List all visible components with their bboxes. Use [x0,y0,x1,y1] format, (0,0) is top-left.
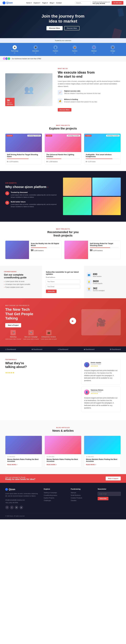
cat-design[interactable]: ✖️ Design 06 [110,45,115,54]
search-input[interactable] [75,2,91,4]
feature-1: 📈 Highest success ratio Take the initiat… [58,90,121,97]
news-link-1[interactable]: READ MORE > [7,464,17,465]
news-card-1[interactable]: 12 JUN 2020 Money Markets Rates Finding … [5,436,42,468]
subscribe-email-input[interactable] [46,284,80,288]
project-title-1: Self Driving Robot for Target Shooting G… [7,154,40,158]
video-cta-button[interactable]: Start a Project [5,323,21,328]
cat-technology[interactable]: 💻 Technology 01 [11,45,18,54]
footer-col-explore: Explore Starting a Campaign Crowdfunding… [44,488,67,509]
news-link-2[interactable]: READ MORE > [46,464,57,465]
rec-price-1: $0 2,650 backers [31,249,60,252]
project-img-2: Featured Technology Innovation [45,134,81,152]
execute-cta-button[interactable]: Discover More [58,108,72,112]
news-card-3[interactable]: 12 JUN 2020 Money Markets Rates Finding … [84,436,121,468]
execute-features: 📈 Highest success ratio Take the initiat… [58,90,121,106]
rec-card-2[interactable]: Self Driving Robot for Target Shooting G… [64,240,121,259]
nav-pages[interactable]: Pages ▾ [42,2,48,4]
project-card-3[interactable]: Featured Technology Innovation Audiophil… [84,134,121,164]
news-section: BLOG ARTICLES News & articles 12 JUN 202… [0,420,126,474]
footer-subscribe-button[interactable]: Subscribe [98,497,108,500]
nav-explore[interactable]: Explore ▾ [34,2,40,4]
footer-link-6[interactable]: Small Business [71,494,94,496]
news-body-1: 12 JUN 2020 Money Markets Rates Finding … [6,454,42,468]
twitter-icon[interactable]: t [10,506,14,509]
footer-logo-icon [5,488,8,491]
hero-primary-button[interactable]: Discover More [46,26,62,30]
why-feat-text-2: Lorem ipsum dolor sit amet, consectetur … [11,203,58,208]
why-feat-title-1: Trusted by thousand [11,191,58,193]
backers-text: Our businesses backers are more than 378… [12,58,41,60]
footer-link-3[interactable]: Explore Projects [44,497,67,499]
rec-img-2 [64,241,88,259]
project-cat-3: Technology Innovation [106,135,120,136]
footer-link-8[interactable]: Charities [71,500,94,501]
vid-feat-title-2: Start your Campaign [24,336,38,338]
vid-feat-2: 🚀 Start your Campaign Lorem ipsum dolor … [23,330,39,340]
video-title: The New Tech That Get People Talking [5,307,64,320]
success-ratio-icon: 📈 [58,90,62,95]
linkedin-icon[interactable]: in [15,506,18,509]
video-play-button[interactable]: ▶ [70,318,76,324]
cta-button[interactable]: Make it happen [106,476,121,480]
logo[interactable]: Qizon [2,2,13,4]
rec-body-1: Scan the Reality into the 3D Digital Wor… [29,241,62,259]
news-link-3[interactable]: READ MORE > [86,464,96,465]
footer-col-title-3: Newsletter [98,488,121,490]
hero-buttons: Discover More Discover More [42,26,84,30]
news-card-2[interactable]: 12 JUN 2020 Money Markets Rates Finding … [44,436,82,468]
testi-avatar-2: 👤 [84,390,90,395]
cat-num-3: 04 [74,52,75,54]
guide-box: CROWDFUNDING Get our complete crowdfundi… [0,266,42,298]
why-feat-text-1: Lorem ipsum dolor sit amet, consectetur … [11,194,58,198]
facebook-icon[interactable]: f [5,506,9,509]
video-tag: WHY CHOOSE US FOR RESULTS [5,305,64,306]
stat-value-2: 8600 [93,280,102,283]
cat-fashion2[interactable]: 👜 Fashion 04 [72,45,77,54]
project-img-1: Featured Technology Innovation [6,134,42,152]
footer-col-title-1: Explore [44,488,67,490]
news-grid: 12 JUN 2020 Money Markets Rates Finding … [5,436,121,468]
progress-fill-1 [7,158,28,159]
testi-stars-2: ★★★★★ [91,392,103,394]
trusted-text: Trusted by our customers [55,40,71,41]
project-card-2[interactable]: Featured Technology Innovation The Unive… [44,134,82,164]
footer-bottom: © 2020 Qizon. All rights reserved. [5,513,121,517]
cat-num-4: 05 [93,52,94,54]
news-meta-3: 12 JUN 2020 [86,456,119,458]
news-body-2: 12 JUN 2020 Money Markets Rates Finding … [45,454,81,468]
subscribe-button[interactable]: Subscribe [46,290,56,293]
why-feat-title-2: Build better future [11,201,58,203]
footer-link-2[interactable]: Crowdfunding basics [44,494,67,496]
pinterest-icon[interactable]: p [20,506,23,509]
project-body-2: The Universal Hands-free Lighting Soluti… [45,152,81,164]
footer-link-4[interactable]: Challenges [44,500,67,501]
main-nav: Home ▾ Explore ▾ Pages ▾ Blog ▾ Contact [26,2,62,4]
news-meta-1: 12 JUN 2020 [7,456,40,458]
nav-blog[interactable]: Blog ▾ [50,2,54,4]
footer-link-5[interactable]: Startups [71,492,94,494]
users-icon: 👥 [86,272,91,277]
subscribe-name-input[interactable] [46,280,80,284]
project-card-1[interactable]: Featured Technology Innovation Self Driv… [5,134,42,164]
cat-education[interactable]: 🎓 Education 02 [32,45,39,54]
news-title-3: Money Markets Rates Finding the Best Acc… [86,458,119,462]
stat-value-1: 690 [93,273,102,276]
nav-contact[interactable]: Contact [56,2,62,4]
hero-secondary-button[interactable]: Discover More [64,26,80,30]
video-content: WHY CHOOSE US FOR RESULTS The New Tech T… [5,305,64,340]
rec-body-2: Self Driving Robot for Target Shooting G… [88,241,120,259]
footer-link-1[interactable]: Starting a Campaign [44,492,67,494]
why-num-1: A [5,191,9,195]
cat-fashion[interactable]: 👗 Fashion 03 [53,45,58,54]
footer-newsletter-input[interactable] [98,492,121,496]
footer-link-7[interactable]: Creative Products [71,497,94,499]
stat-row-1: 👥 690 Active backers [86,272,124,277]
news-subtitle: BLOG ARTICLES [5,427,121,428]
cta-text-block: Start your campaign for Results Ready to… [5,476,35,480]
cat-num-0: 01 [14,52,15,54]
join-button[interactable]: ★ Join now [112,1,124,4]
hero-content: Join the journey from idea to market Dis… [42,14,84,30]
rec-card-1[interactable]: Scan the Reality into the 3D Digital Wor… [5,240,62,259]
nav-home[interactable]: Home ▾ [26,2,32,4]
cat-medical[interactable]: ⚕️ Medical 05 [92,45,96,54]
